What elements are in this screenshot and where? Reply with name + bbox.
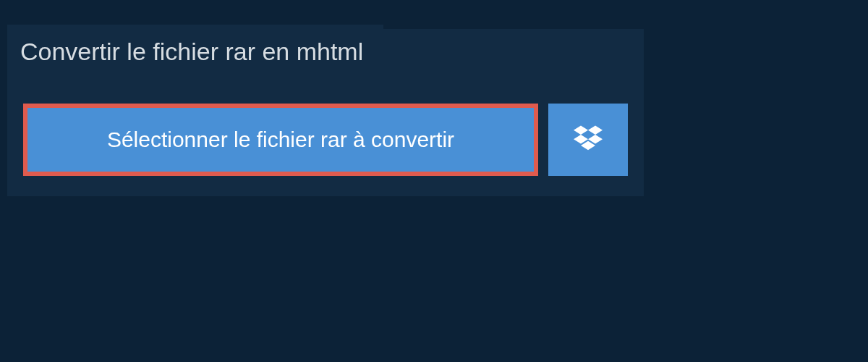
- dropbox-button[interactable]: [548, 104, 628, 176]
- dropbox-icon: [574, 124, 603, 156]
- select-file-label: Sélectionner le fichier rar à convertir: [107, 127, 454, 152]
- select-file-button[interactable]: Sélectionner le fichier rar à convertir: [23, 104, 538, 176]
- action-row: Sélectionner le fichier rar à convertir: [7, 83, 644, 196]
- page-title: Convertir le fichier rar en mhtml: [7, 25, 383, 79]
- converter-panel: Convertir le fichier rar en mhtml Sélect…: [7, 29, 644, 196]
